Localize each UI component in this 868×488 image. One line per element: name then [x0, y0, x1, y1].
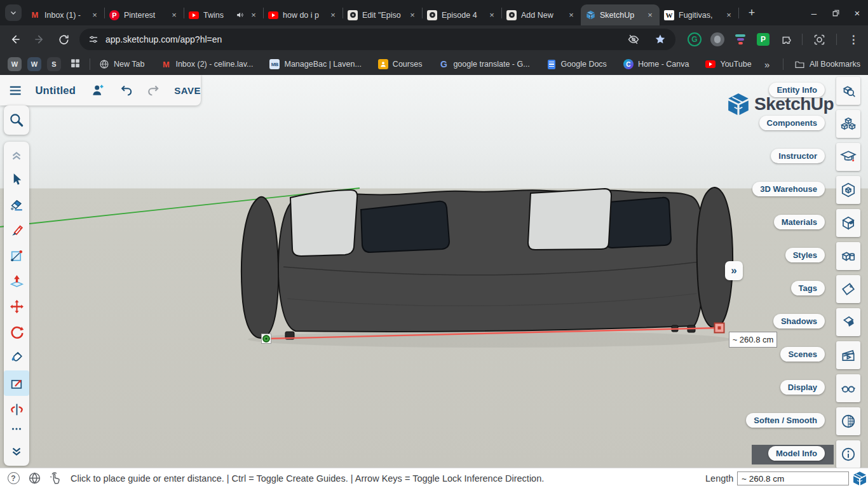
panel-scenes[interactable]: Scenes — [780, 347, 825, 362]
site-settings-icon[interactable] — [88, 34, 99, 45]
hand-circle-extension-icon[interactable] — [709, 32, 726, 47]
move-tool[interactable] — [4, 294, 29, 318]
minimize-button[interactable]: – — [803, 0, 825, 25]
panel-3d-warehouse[interactable]: 3D Warehouse — [752, 182, 825, 196]
add-collaborator-icon[interactable] — [91, 83, 105, 98]
components-icon[interactable] — [836, 110, 860, 138]
reload-button[interactable] — [56, 32, 71, 47]
display-icon[interactable] — [836, 374, 860, 402]
close-tab-button[interactable]: × — [169, 10, 179, 20]
tab-pinterest[interactable]: P Pinterest × — [105, 4, 184, 25]
length-input[interactable] — [737, 471, 849, 485]
tab-how-do-i[interactable]: how do i p × — [264, 4, 342, 25]
bookmarks-overflow-chevron[interactable]: » — [764, 59, 770, 70]
tags-icon[interactable] — [836, 275, 860, 303]
hamburger-menu-icon[interactable] — [8, 83, 22, 98]
address-bar[interactable]: app.sketchup.com/app?hl=en — [79, 29, 675, 50]
bookmark-new-tab[interactable]: New Tab — [99, 59, 144, 69]
panel-model-info[interactable]: Model Info — [768, 446, 825, 461]
eraser-tool[interactable] — [4, 193, 29, 217]
document-title[interactable]: Untitled — [35, 85, 76, 97]
close-tab-button[interactable]: × — [724, 10, 734, 20]
panel-shadows[interactable]: Shadows — [773, 314, 825, 329]
panel-instructor[interactable]: Instructor — [771, 149, 825, 163]
grammarly-extension-icon[interactable]: G — [686, 32, 703, 47]
rotate-tool[interactable] — [4, 320, 29, 344]
close-tab-button[interactable]: × — [90, 10, 100, 20]
close-tab-button[interactable]: × — [328, 10, 338, 20]
kebab-menu-icon[interactable]: ⋮ — [845, 32, 862, 47]
redo-icon[interactable] — [146, 83, 160, 98]
bookmark-courses[interactable]: Courses — [378, 59, 423, 69]
extensions-puzzle-icon[interactable] — [778, 32, 794, 47]
apps-grid-icon[interactable] — [70, 58, 81, 71]
styles-icon[interactable] — [836, 242, 860, 270]
paint-bucket-tool[interactable] — [4, 345, 29, 369]
push-pull-tool[interactable] — [4, 269, 29, 293]
panel-display[interactable]: Display — [780, 380, 825, 395]
profile-tile-s[interactable]: S — [47, 57, 61, 71]
eye-off-icon[interactable] — [627, 33, 640, 46]
panel-components[interactable]: Components — [759, 116, 825, 130]
tab-inbox[interactable]: M Inbox (1) - × — [25, 4, 104, 25]
select-tool[interactable] — [4, 167, 29, 191]
close-tab-button[interactable]: × — [487, 10, 497, 20]
entity-info-icon[interactable] — [836, 77, 860, 105]
scenes-icon[interactable] — [836, 341, 860, 369]
shapes-tool[interactable] — [4, 243, 29, 268]
materials-icon[interactable] — [836, 209, 860, 237]
close-window-button[interactable]: × — [846, 0, 868, 25]
bookmark-managebac[interactable]: MB ManageBac | Laven... — [269, 59, 361, 69]
close-tab-button[interactable]: × — [566, 10, 576, 20]
close-tab-button[interactable]: × — [248, 10, 259, 20]
panel-styles[interactable]: Styles — [785, 248, 825, 262]
panel-soften-smooth[interactable]: Soften / Smooth — [746, 413, 825, 428]
planner-extension-icon[interactable]: P — [755, 32, 771, 47]
new-tab-button[interactable]: + — [743, 4, 761, 22]
bookmark-google-docs[interactable]: Google Docs — [546, 59, 607, 69]
model-info-icon[interactable] — [836, 440, 860, 468]
panel-materials[interactable]: Materials — [774, 215, 825, 229]
screenshot-lens-icon[interactable] — [811, 32, 827, 47]
soften-smooth-icon[interactable] — [836, 407, 860, 435]
url-text[interactable]: app.sketchup.com/app?hl=en — [105, 34, 627, 44]
pencil-tool[interactable] — [4, 218, 29, 242]
instructor-icon[interactable] — [836, 143, 860, 171]
tab-twins[interactable]: Twins × — [184, 4, 263, 25]
back-button[interactable] — [8, 32, 23, 47]
close-tab-button[interactable]: × — [407, 10, 417, 20]
expand-panel-button[interactable]: » — [725, 261, 743, 280]
funnel-extension-icon[interactable] — [732, 32, 749, 47]
bookmark-star-icon[interactable] — [654, 33, 667, 46]
tape-measure-tool-active[interactable] — [4, 370, 29, 396]
tab-add-new[interactable]: Add New × — [502, 4, 581, 25]
shadows-icon[interactable] — [836, 308, 860, 336]
tab-fugitivas[interactable]: W Fugitivas, × — [660, 4, 738, 25]
search-tools-button[interactable] — [4, 105, 29, 135]
more-tools-button[interactable] — [4, 420, 29, 438]
forward-button[interactable] — [32, 32, 47, 47]
close-tab-button[interactable]: × — [645, 10, 655, 20]
bookmark-youtube[interactable]: YouTube — [705, 59, 751, 69]
profile-tile-w2[interactable]: W — [27, 57, 41, 71]
audio-playing-icon[interactable] — [236, 11, 244, 19]
sketchup-viewport[interactable]: Untitled SAVE — [0, 75, 868, 468]
tab-search-button[interactable] — [5, 4, 22, 21]
flip-tool[interactable] — [4, 397, 29, 421]
undo-icon[interactable] — [119, 83, 133, 98]
all-bookmarks-button[interactable]: All Bookmarks — [794, 59, 860, 70]
restore-button[interactable] — [825, 0, 846, 25]
bookmark-inbox[interactable]: M Inbox (2) - celine.lav... — [161, 59, 253, 69]
tab-edit-episode[interactable]: Edit "Episo × — [343, 4, 422, 25]
collapse-toolbar-down-button[interactable] — [4, 440, 29, 464]
profile-tile-w[interactable]: W — [8, 57, 22, 71]
3d-warehouse-icon[interactable] — [836, 176, 860, 204]
tab-episode-4[interactable]: Episode 4 × — [423, 4, 501, 25]
save-button[interactable]: SAVE — [174, 85, 201, 96]
collapse-toolbar-up-button[interactable] — [4, 143, 29, 167]
bookmark-canva[interactable]: C Home - Canva — [623, 59, 689, 69]
panel-tags[interactable]: Tags — [791, 281, 825, 295]
help-button[interactable]: ? — [6, 471, 20, 485]
bookmark-google-translate[interactable]: G google translate - G... — [438, 59, 529, 69]
panel-entity-info[interactable]: Entity Info — [769, 83, 825, 97]
